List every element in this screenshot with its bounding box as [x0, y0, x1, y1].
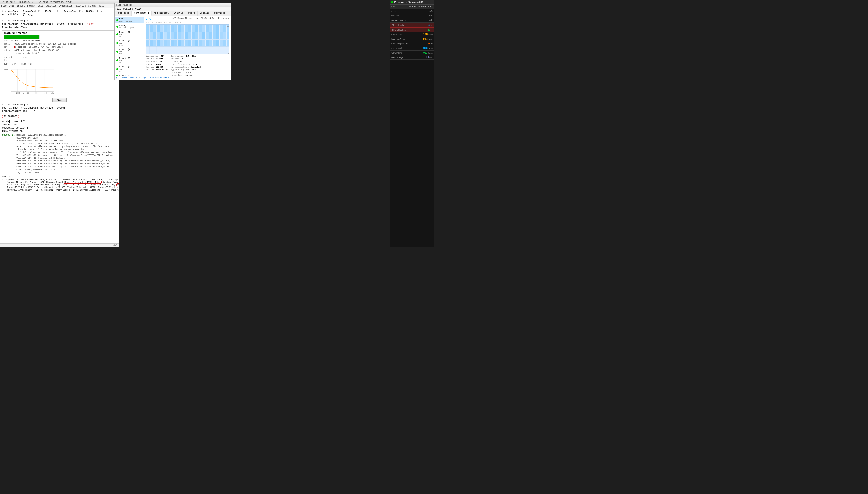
svg-rect-60 — [213, 25, 216, 32]
virt-val: Disabled — [191, 66, 200, 69]
svg-rect-74 — [220, 32, 223, 39]
code-line-3 — [2, 16, 117, 19]
maximize-button[interactable]: □ — [225, 4, 226, 6]
memory-dot — [116, 26, 118, 28]
menu-format[interactable]: Format — [27, 5, 35, 7]
svg-rect-55 — [195, 25, 198, 32]
gpu-section-label: GPU — [391, 5, 396, 8]
tab-app-history[interactable]: App history — [152, 11, 172, 16]
memory-sublabel: 11/128 GB (12%) — [119, 27, 136, 29]
disk3-dot — [116, 59, 118, 61]
svg-rect-90 — [192, 40, 195, 46]
svg-rect-73 — [216, 32, 219, 39]
tab-startup[interactable]: Startup — [172, 11, 186, 16]
taskmanager-menubar[interactable]: File Options View — [115, 7, 231, 11]
svg-rect-52 — [185, 32, 188, 39]
cuda-line-3: CUDADriverVersion[] — [2, 127, 117, 130]
tm-sidebar-cpu[interactable]: CPU 58% 4.13 GHz — [115, 17, 144, 23]
tm-sidebar-disk0[interactable]: Disk 0 (C:) SSD 0% — [115, 30, 144, 39]
perf-row-99fps: 99% FPS N/A — [390, 14, 434, 18]
svg-rect-66 — [192, 32, 195, 39]
check-icon: ✓ — [14, 134, 16, 137]
svg-text:10k: 10k — [51, 92, 54, 94]
tm-main: CPU AMD Ryzen Threadripper 3960X 24-Core… — [144, 16, 231, 76]
mathematica-menubar[interactable]: File Edit Insert Format Cell Graphics Ev… — [0, 4, 119, 8]
svg-rect-35 — [167, 25, 170, 32]
tab-services[interactable]: Services — [212, 11, 228, 16]
svg-rect-59 — [209, 25, 212, 32]
svg-rect-30 — [150, 25, 153, 32]
tm-sidebar-memory[interactable]: Memory 11/128 GB (12%) — [115, 23, 144, 30]
close-button[interactable]: ✕ — [228, 4, 229, 6]
voltage-label: GPU Voltage — [391, 56, 403, 59]
tm-menu-options[interactable]: Options — [123, 8, 133, 10]
logical-val: 48 — [195, 63, 198, 65]
menu-evaluation[interactable]: Evaluation — [59, 5, 73, 7]
success-section: Success ▣ ✓ Message: CUDALink installati… — [2, 134, 117, 174]
open-monitor-link[interactable]: Open Resource Monitor — [143, 77, 169, 79]
window-controls[interactable]: ─ □ ✕ — [221, 4, 229, 6]
menu-palettes[interactable]: Palettes — [75, 5, 86, 7]
voltage-value: 1.1Volt — [426, 56, 432, 59]
menu-edit[interactable]: Edit — [9, 5, 14, 7]
sockets-val: 1 — [182, 58, 183, 60]
disk1-dot — [116, 42, 118, 44]
tm-sidebar-disk1[interactable]: Disk 1 (Z:) HDD 47% — [115, 39, 144, 48]
cuda-libs2: C:\Program Files\NVIDIA GPU Computing To… — [17, 160, 117, 171]
mathematica-statusbar: 100% — [0, 243, 119, 247]
menu-cell[interactable]: Cell — [38, 5, 43, 7]
code-line-6: Print[AbsoluteTime[] - t]; — [2, 26, 117, 29]
menu-insert[interactable]: Insert — [17, 5, 25, 7]
stat-uptime: Up time 0:02:16:02 — [146, 69, 168, 71]
tab-processes[interactable]: Processes — [115, 11, 132, 16]
mathematica-content: trainingData = RandomReal[{1, {10000, 4}… — [0, 8, 119, 243]
tab-users[interactable]: Users — [186, 11, 197, 16]
fan-value: 1865RPM — [423, 47, 432, 50]
svg-rect-89 — [188, 40, 191, 46]
training-progress-title: Training Progress — [4, 32, 115, 35]
tab-performance[interactable]: Performance — [132, 11, 152, 16]
tab-details[interactable]: Details — [197, 11, 212, 16]
fewer-details-link[interactable]: ↑ ↑ Fewer details — [116, 77, 137, 79]
tm-sidebar-disk3[interactable]: Disk 3 (G:) SSD 0% — [115, 56, 144, 65]
cuda-message: Message: CUDALink installation complete. — [17, 134, 117, 137]
cpu-dot — [116, 19, 118, 21]
disk2-type: HDD — [119, 51, 133, 53]
latency-value: N/A — [429, 19, 432, 21]
disk2-dot — [116, 51, 118, 53]
tm-sidebar-disk5[interactable]: Disk 5 (G:) — [115, 73, 144, 76]
progress-time: s elapsed, 1s left, 764.026 examples/s — [14, 46, 77, 49]
cpu-label: CPU — [119, 18, 132, 20]
svg-rect-38 — [178, 25, 181, 32]
svg-rect-50 — [178, 32, 181, 39]
disk1-type: HDD — [119, 42, 133, 44]
svg-text:6000: 6000 — [35, 92, 38, 94]
menu-graphics[interactable]: Graphics — [45, 5, 57, 7]
tm-menu-file[interactable]: File — [115, 8, 121, 10]
gpu-clock-label: GPU Clock — [391, 33, 402, 36]
fan-label: Fan Speed — [391, 47, 402, 50]
mem-clock-value: 9351MHz — [423, 38, 432, 40]
stat-virt: Virtualization: Disabled — [171, 66, 200, 69]
taskmanager-window: Task Manager ─ □ ✕ File Options View Pro… — [114, 3, 231, 80]
svg-rect-40 — [185, 25, 188, 32]
svg-rect-83 — [167, 40, 170, 46]
cuda-line-2: InstallCUDA[] — [2, 123, 117, 127]
cpu-graph-area: 100% 0 — [146, 24, 229, 54]
menu-help[interactable]: Help — [99, 5, 104, 7]
svg-rect-99 — [223, 40, 226, 46]
tm-sidebar-disk2[interactable]: Disk 2 (Z:) HDD 52% — [115, 48, 144, 56]
menu-window[interactable]: Window — [88, 5, 96, 7]
tm-menu-view[interactable]: View — [135, 8, 141, 10]
menu-file[interactable]: File — [1, 5, 7, 7]
disk0-dot — [116, 33, 118, 35]
cuda-device: DefaultDevice: NVIDIA GeForce RTX 3090 — [17, 139, 117, 142]
minimize-button[interactable]: ─ — [221, 4, 223, 6]
taskmanager-tabs[interactable]: Processes Performance App history Startu… — [115, 11, 231, 16]
fps99-label: 99% FPS — [391, 15, 400, 17]
svg-rect-39 — [181, 25, 184, 32]
svg-rect-43 — [153, 32, 156, 39]
stop-button[interactable]: Stop — [52, 98, 67, 102]
cores-val: 24 — [179, 61, 182, 63]
tm-sidebar-disk4[interactable]: Disk 4 (G:) SSD 0% — [115, 65, 144, 73]
